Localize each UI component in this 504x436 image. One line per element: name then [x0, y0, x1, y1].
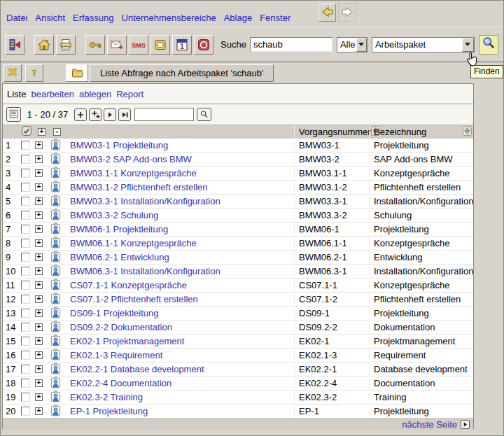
workpackage-link[interactable]: CS07.1-2 Pflichtenheft erstellen	[70, 294, 198, 304]
back-button[interactable]	[318, 3, 336, 22]
menu-item-unternehmensbereiche[interactable]: Unternehmensbereiche	[122, 13, 216, 23]
row-checkbox[interactable]	[21, 323, 30, 332]
row-expand-button[interactable]: +	[35, 197, 43, 205]
type-select[interactable]: Arbeitspaket	[372, 37, 475, 52]
workpackage-person-icon[interactable]	[50, 209, 61, 223]
last-page-button[interactable]	[118, 108, 131, 121]
row-expand-button[interactable]: +	[35, 337, 43, 345]
workpackage-person-icon[interactable]	[50, 167, 61, 181]
row-checkbox[interactable]	[21, 393, 30, 402]
workpackage-link[interactable]: DS09.2-2 Dokumentation	[70, 322, 172, 332]
row-expand-button[interactable]: +	[35, 141, 43, 149]
row-expand-button[interactable]: +	[35, 379, 43, 387]
row-checkbox[interactable]	[21, 197, 30, 206]
row-checkbox[interactable]	[21, 309, 30, 318]
workpackage-link[interactable]: BMW03.1-1 Konzeptgespräche	[70, 168, 197, 178]
workpackage-person-icon[interactable]	[50, 153, 61, 167]
workpackage-person-icon[interactable]	[50, 279, 61, 293]
toolbar-power-button[interactable]	[194, 35, 214, 55]
workpackage-link[interactable]: EK02.1-3 Requirement	[70, 350, 162, 360]
row-checkbox[interactable]	[21, 295, 30, 304]
row-checkbox[interactable]	[21, 253, 30, 262]
toolbar-mail-button[interactable]	[107, 35, 127, 55]
workpackage-link[interactable]: EK02-1 Projektmanagement	[70, 336, 184, 346]
workpackage-person-icon[interactable]	[50, 195, 61, 209]
row-checkbox[interactable]	[21, 183, 30, 192]
column-header-vorgangsnummer[interactable]: Vorgangsnummer	[299, 127, 371, 137]
filter-find-button[interactable]	[197, 108, 211, 121]
search-input[interactable]	[250, 37, 332, 52]
workpackage-person-icon[interactable]	[50, 293, 61, 307]
workpackage-person-icon[interactable]	[50, 251, 61, 265]
list-filter-input[interactable]	[134, 108, 194, 121]
row-checkbox[interactable]	[21, 407, 30, 416]
menu-item-ansicht[interactable]: Ansicht	[35, 13, 65, 23]
row-expand-button[interactable]: +	[35, 169, 43, 177]
workpackage-person-icon[interactable]	[50, 265, 61, 279]
row-checkbox[interactable]	[21, 281, 30, 290]
row-checkbox[interactable]	[21, 351, 30, 360]
expand-all-button[interactable]: +	[38, 128, 46, 136]
row-expand-button[interactable]: +	[35, 309, 43, 317]
row-expand-button[interactable]: +	[35, 295, 43, 303]
row-checkbox[interactable]	[21, 267, 30, 276]
workpackage-link[interactable]: EK02.2-1 Database development	[70, 364, 204, 374]
row-expand-button[interactable]: +	[35, 155, 43, 163]
toolbar-sms-button[interactable]: SMS	[129, 35, 148, 55]
row-expand-button[interactable]: +	[35, 239, 43, 247]
workpackage-person-icon[interactable]	[50, 405, 61, 419]
workpackage-link[interactable]: BWM06-1 Projektleitung	[70, 224, 168, 234]
row-checkbox[interactable]	[21, 337, 30, 346]
workpackage-person-icon[interactable]	[50, 391, 61, 405]
action-link-bearbeiten[interactable]: bearbeiten	[31, 89, 74, 99]
row-checkbox[interactable]	[21, 379, 30, 388]
row-expand-button[interactable]: +	[35, 323, 43, 331]
workpackage-link[interactable]: BWM06.3-1 Installation/Konfiguration	[70, 266, 220, 276]
row-checkbox[interactable]	[21, 239, 30, 248]
close-view-button[interactable]	[4, 64, 22, 82]
row-expand-button[interactable]: +	[35, 211, 43, 219]
workpackage-person-icon[interactable]	[50, 335, 61, 349]
document-tab[interactable]: Liste Abfrage nach Arbeitspaket 'schaub'	[66, 64, 274, 82]
row-expand-button[interactable]: +	[35, 351, 43, 359]
workpackage-person-icon[interactable]	[50, 377, 61, 391]
action-link-report[interactable]: Report	[116, 89, 144, 99]
next-page-button[interactable]	[104, 108, 116, 121]
list-menu-button[interactable]	[6, 107, 21, 122]
toolbar-exit-button[interactable]	[5, 35, 24, 55]
workpackage-link[interactable]: BMW03-2 SAP Add-ons BMW	[70, 154, 192, 164]
workpackage-link[interactable]: BMW03.1-2 Pflichtenheft erstellen	[70, 182, 208, 192]
row-checkbox[interactable]	[21, 365, 30, 374]
row-expand-button[interactable]: +	[35, 281, 43, 289]
workpackage-person-icon[interactable]	[50, 307, 61, 321]
row-expand-button[interactable]: +	[35, 267, 43, 275]
column-header-bezeichnung[interactable]: Bezeichnung	[374, 127, 426, 137]
workpackage-link[interactable]: DS09-1 Projektleitung	[70, 308, 158, 318]
workpackage-link[interactable]: EP-1 Projektleitung	[70, 406, 148, 416]
row-expand-button[interactable]: +	[35, 225, 43, 233]
workpackage-person-icon[interactable]	[50, 363, 61, 377]
scope-select[interactable]: Alle	[337, 37, 368, 52]
toolbar-cardfile-button[interactable]	[150, 35, 170, 55]
workpackage-link[interactable]: BMW03.3-1 Installation/Konfiguration	[70, 196, 220, 206]
workpackage-person-icon[interactable]	[50, 349, 61, 363]
row-checkbox[interactable]	[21, 169, 30, 178]
row-checkbox[interactable]	[21, 225, 30, 234]
toolbar-key-button[interactable]	[85, 35, 105, 55]
workpackage-link[interactable]: EK02.2-4 Documentation	[70, 378, 172, 388]
toolbar-calendar-button[interactable]: 1	[172, 35, 192, 55]
check-all-icon[interactable]	[21, 125, 32, 139]
workpackage-person-icon[interactable]	[50, 181, 61, 195]
row-expand-button[interactable]: +	[35, 407, 43, 415]
find-button[interactable]	[479, 35, 498, 55]
sort-icon[interactable]	[463, 126, 472, 138]
row-expand-button[interactable]: +	[35, 393, 43, 401]
next-page-link[interactable]: nächste Seite	[402, 419, 457, 430]
row-checkbox[interactable]	[21, 211, 30, 220]
workpackage-link[interactable]: BWM06.1-1 Konzeptgespräche	[70, 238, 197, 248]
action-link-ablegen[interactable]: ablegen	[79, 89, 111, 99]
row-checkbox[interactable]	[21, 155, 30, 164]
next-page-button[interactable]	[461, 420, 470, 429]
row-checkbox[interactable]	[21, 141, 30, 150]
workpackage-link[interactable]: BWM06.2-1 Entwicklung	[70, 252, 169, 262]
